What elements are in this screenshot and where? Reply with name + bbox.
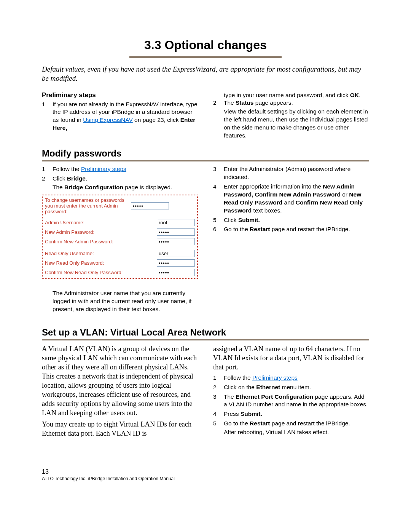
vlan-right-p1: assigned a VLAN name of up to 64 charact… (213, 344, 369, 372)
title-rule (129, 56, 282, 58)
prelim-step-1: If you are not already in the ExpressNAV… (42, 101, 198, 133)
section-rule (42, 160, 369, 161)
password-form: To change usernames or passwords you mus… (42, 195, 198, 279)
text: Follow the (53, 166, 81, 172)
prelim-link[interactable]: Preliminary steps (81, 166, 126, 172)
text: Bridge (67, 175, 86, 182)
text: page is displayed. (123, 184, 172, 190)
current-admin-password-input[interactable]: ••••• (131, 202, 169, 209)
vlan-heading: Set up a VLAN: Virtual Local Area Networ… (42, 327, 369, 338)
text: Ethernet Port Configuration (236, 393, 313, 400)
modify-step-4: Enter appropriate information into the N… (213, 183, 369, 215)
prelim-heading: Preliminary steps (42, 91, 198, 99)
text: page and restart the iPBridge. (270, 226, 350, 232)
using-expressnav-link[interactable]: Using ExpressNAV (83, 117, 133, 123)
modify-step-1: Follow the Preliminary steps (42, 165, 198, 173)
footer: 13 ATTO Technology Inc. iPBridge Install… (42, 468, 369, 481)
footer-line: ATTO Technology Inc. iPBridge Installati… (42, 476, 369, 481)
vlan-step-5: Go to the Restart page and restart the i… (213, 420, 369, 436)
modify-heading: Modify passwords (42, 148, 369, 159)
text: The (53, 184, 64, 190)
text: Click (53, 175, 67, 182)
text: . (86, 175, 87, 182)
text: OK (350, 92, 359, 98)
text: Restart (250, 226, 270, 232)
text: Restart (250, 420, 270, 427)
text: Status (236, 99, 253, 106)
label-new-admin-password: New Admin Password: (45, 229, 157, 235)
vlan-left-p1: A Virtual LAN (VLAN) is a group of devic… (42, 344, 198, 417)
vlan-step-1: Follow the Preliminary steps (213, 374, 369, 382)
readonly-username-input[interactable] (157, 250, 195, 257)
text: Ethernet (256, 384, 280, 390)
text: After rebooting, Virtual LAN takes effec… (224, 428, 369, 436)
new-admin-password-input[interactable]: ••••• (157, 228, 195, 236)
text: The (224, 393, 236, 400)
prelim-step-2: The Status page appears. View the defaul… (213, 99, 369, 140)
text: page and restart the iPBridge. (270, 420, 350, 427)
text: . (359, 92, 360, 98)
label-new-readonly-password: New Read Only Password: (45, 260, 157, 266)
text: Go to the (224, 226, 250, 232)
label-confirm-readonly-password: Confirm New Read Only Password: (45, 270, 157, 275)
text: type in your user name and password, and… (224, 92, 350, 98)
vlan-step-3: The Ethernet Port Configuration page app… (213, 393, 369, 409)
modify-step-2: Click Bridge. The Bridge Configuration p… (42, 175, 198, 192)
text: Press (224, 411, 241, 417)
section-rule (42, 339, 369, 340)
label-admin-username: Admin Username: (45, 220, 157, 225)
intro-text: Default values, even if you have not use… (42, 65, 369, 83)
page-title: 3.3 Optional changes (42, 38, 369, 56)
modify-step-5: Click Submit. (213, 216, 369, 224)
modify-step-6: Go to the Restart page and restart the i… (213, 225, 369, 233)
vlan-step-2: Click on the Ethernet menu item. (213, 383, 369, 391)
text: Submit. (241, 411, 262, 417)
text: Go to the (224, 420, 250, 427)
admin-note: The Administrator user name that you are… (42, 289, 198, 313)
text: and (282, 199, 295, 206)
text: Submit. (238, 217, 260, 223)
text: Follow the (224, 374, 252, 381)
text: on page 23, click (133, 117, 180, 123)
text: page appears. (253, 99, 293, 106)
page-number: 13 (42, 468, 369, 475)
vlan-step-4: Press Submit. (213, 410, 369, 418)
text: View the default settings by clicking on… (224, 108, 369, 140)
vlan-left-p2: You may create up to eight Virtual LAN I… (42, 420, 198, 438)
new-readonly-password-input[interactable]: ••••• (157, 259, 195, 267)
modify-step-3: Enter the Administrator (Admin) password… (213, 165, 369, 181)
admin-username-input[interactable] (157, 219, 195, 226)
confirm-admin-password-input[interactable]: ••••• (157, 238, 195, 245)
form-instruction: To change usernames or passwords you mus… (45, 197, 131, 214)
text: or (341, 191, 349, 198)
label-readonly-username: Read Only Username: (45, 251, 157, 256)
text: Click (224, 217, 238, 223)
text: The (224, 99, 236, 106)
prelim-link-2[interactable]: Preliminary steps (252, 374, 298, 381)
label-confirm-admin-password: Confirm New Admin Password: (45, 239, 157, 244)
text: menu item. (280, 384, 311, 390)
text: Click on the (224, 384, 256, 390)
confirm-readonly-password-input[interactable]: ••••• (157, 269, 195, 276)
text: text boxes. (252, 207, 282, 214)
text: Bridge Configuration (64, 184, 123, 190)
text: Enter appropriate information into the (224, 183, 323, 190)
